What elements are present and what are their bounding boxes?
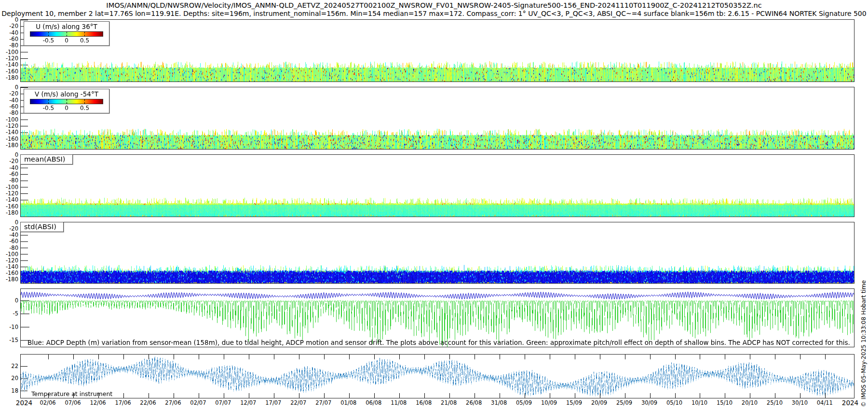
x-tick-label: 11/08 <box>391 399 407 406</box>
y-tick-label: -60 <box>1 171 18 177</box>
y-tick-label: -140 <box>1 62 18 68</box>
panel-v-velocity: V (m/s) along -54°T -0.500.5 <box>20 87 854 150</box>
y-tick-label: -160 <box>1 68 18 74</box>
colorbar-tick-mark <box>67 35 67 36</box>
x-tick-label: 17/07 <box>265 399 281 406</box>
x-tick-label: 27/07 <box>315 399 331 406</box>
colorbar-tick-mark <box>48 102 49 104</box>
y-tick-label: -60 <box>1 238 18 244</box>
colorbar-tick-mark <box>48 35 49 36</box>
y-tick-label: -5 <box>1 311 18 316</box>
y-tick-label: 18 <box>1 388 18 394</box>
y-tick-label: -40 <box>1 97 18 103</box>
x-tick-label: 12/06 <box>90 399 106 406</box>
y-tick-label: 0 <box>1 298 18 303</box>
y-tick-label: -20 <box>1 23 18 29</box>
x-tick-label: 20/09 <box>591 399 607 406</box>
x-tick-label: 15/10 <box>717 399 732 406</box>
x-tick-label: 06/08 <box>366 399 381 406</box>
y-tick-label: -180 <box>1 276 18 282</box>
u-colorbar-legend: U (m/s) along 36°T -0.500.5 <box>24 21 109 46</box>
y-tick-label: -20 <box>1 91 18 96</box>
std-absi-heatmap-canvas <box>21 222 854 283</box>
x-tick-label: 30/10 <box>792 399 808 406</box>
jet-colorbar <box>30 31 103 37</box>
colorbar-tick-mark <box>84 99 85 101</box>
y-tick-label: -180 <box>1 210 18 216</box>
std-absi-label: std(ABSI) <box>20 222 64 232</box>
x-axis-year-end: 2024 <box>842 399 858 407</box>
y-tick-label: -10 <box>1 324 18 330</box>
u-legend-title: U (m/s) along 36°T <box>30 23 103 30</box>
v-colorbar-legend: V (m/s) along -54°T -0.500.5 <box>24 89 109 113</box>
colorbar-tick-mark <box>67 99 67 101</box>
jet-colorbar <box>30 99 103 104</box>
colorbar-tick-label: 0 <box>65 105 68 111</box>
panel-mean-absi: mean(ABSI) <box>20 154 854 217</box>
y-tick-label: -100 <box>1 117 18 123</box>
mean-absi-heatmap-canvas <box>21 155 854 217</box>
depth-annotation: Blue: ADCP Depth (m) variation from sens… <box>27 339 850 346</box>
panel-std-absi: std(ABSI) <box>20 222 854 284</box>
u-velocity-heatmap-canvas <box>21 20 854 82</box>
imos-watermark: © IMOS 05-May-2025 10:33:08 Hobart time <box>860 280 867 407</box>
y-tick-label: 22 <box>1 363 18 369</box>
colorbar-tick-mark <box>84 102 85 104</box>
v-velocity-heatmap-canvas <box>21 87 854 149</box>
x-tick-label: 15/09 <box>566 399 582 406</box>
x-tick-label: 05/09 <box>516 399 532 406</box>
temperature-line-canvas <box>21 355 854 398</box>
y-tick-label: -180 <box>1 142 18 148</box>
figure-subtitle: Deployment 10, member 2 lat=17.76S lon=1… <box>0 10 868 17</box>
x-axis-year-start: 2024 <box>16 399 32 407</box>
y-tick-label: -80 <box>1 245 18 251</box>
x-tick-label: 07/06 <box>65 399 81 406</box>
colorbar-tick-label: 0 <box>65 37 68 44</box>
y-tick-label: -60 <box>1 36 18 42</box>
x-tick-label: 10/09 <box>541 399 557 406</box>
y-tick-label: -15 <box>1 337 18 343</box>
y-tick-label: -80 <box>1 178 18 183</box>
x-tick-label: 26/08 <box>466 399 482 406</box>
panel-temperature: Temperature at instrument <box>20 354 854 398</box>
colorbar-tick-label: 0.5 <box>80 105 89 111</box>
colorbar-tick-label: 0.5 <box>80 37 89 44</box>
y-tick-label: -160 <box>1 204 18 209</box>
x-tick-label: 10/10 <box>692 399 707 406</box>
colorbar-tick-label: -0.5 <box>43 37 54 44</box>
colorbar-tick-mark <box>84 32 85 33</box>
panel-depth-variation: Blue: ADCP Depth (m) variation from sens… <box>20 288 854 347</box>
y-tick-label: -160 <box>1 270 18 276</box>
x-tick-label: 27/06 <box>165 399 181 406</box>
y-tick-label: -180 <box>1 75 18 81</box>
x-tick-label: 22/06 <box>140 399 156 406</box>
mean-absi-label: mean(ABSI) <box>20 154 73 164</box>
x-tick-label: 07/07 <box>215 399 231 406</box>
x-tick-label: 20/10 <box>742 399 758 406</box>
y-tick-label: -100 <box>1 251 18 257</box>
colorbar-tick-labels: -0.500.5 <box>30 104 103 111</box>
y-tick-label: -80 <box>1 110 18 116</box>
v-legend-title: V (m/s) along -54°T <box>30 90 103 98</box>
y-tick-label: -120 <box>1 55 18 61</box>
y-tick-label: -120 <box>1 191 18 196</box>
x-tick-label: 21/08 <box>441 399 457 406</box>
y-tick-label: -140 <box>1 197 18 203</box>
y-tick-label: -20 <box>1 158 18 164</box>
x-tick-label: 31/08 <box>491 399 507 406</box>
y-tick-label: -80 <box>1 42 18 48</box>
y-tick-label: -20 <box>1 226 18 232</box>
x-tick-label: 01/08 <box>340 399 356 406</box>
y-tick-label: -100 <box>1 49 18 55</box>
y-tick-label: -60 <box>1 104 18 109</box>
y-tick-label: -40 <box>1 30 18 36</box>
panel-u-velocity: U (m/s) along 36°T -0.500.5 <box>20 19 854 82</box>
x-tick-label: 02/07 <box>190 399 206 406</box>
y-tick-label: -40 <box>1 165 18 171</box>
y-tick-label: 0 <box>1 219 18 225</box>
depth-variation-line-canvas <box>21 289 854 347</box>
colorbar-tick-labels: -0.500.5 <box>30 37 103 44</box>
y-tick-label: -140 <box>1 129 18 135</box>
colorbar-tick-mark <box>84 35 85 36</box>
y-tick-label: -120 <box>1 258 18 263</box>
